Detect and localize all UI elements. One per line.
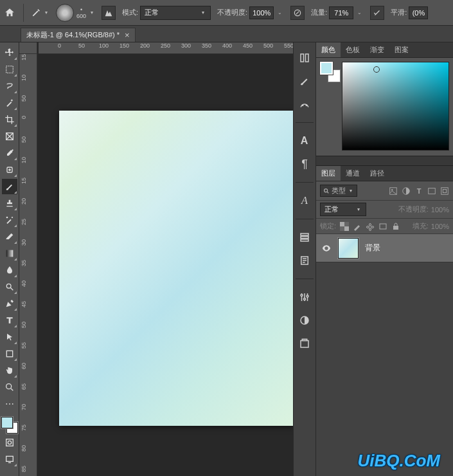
home-button[interactable] (4, 8, 15, 18)
layer-item[interactable]: 背景 (316, 234, 453, 262)
flow-input[interactable]: 71% (329, 6, 353, 19)
document-tab[interactable]: 未标题-1 @ 64.1%(RGB/8#) * × (21, 28, 136, 42)
type-tool[interactable] (2, 313, 17, 328)
fill-label: 填充: (413, 221, 429, 231)
smooth-label: 平滑: (391, 8, 407, 17)
document-canvas[interactable] (59, 111, 293, 426)
lock-all-icon[interactable] (391, 222, 400, 231)
magic-wand-tool[interactable] (2, 95, 17, 111)
styles-panel-icon[interactable] (296, 313, 314, 328)
svg-point-8 (6, 384, 11, 389)
chevron-down-icon[interactable]: ⌄ (357, 10, 362, 15)
shape-tool[interactable] (2, 346, 17, 362)
lasso-tool[interactable] (2, 78, 17, 94)
tab-patterns[interactable]: 图案 (389, 42, 414, 57)
tab-swatches[interactable]: 色板 (341, 42, 365, 57)
layer-thumbnail[interactable] (338, 238, 359, 259)
color-picker-indicator[interactable] (373, 66, 380, 73)
properties-panel-icon[interactable] (296, 230, 314, 245)
svg-point-14 (302, 105, 303, 106)
close-icon[interactable]: × (125, 30, 130, 40)
frame-tool[interactable] (2, 129, 17, 144)
notes-panel-icon[interactable] (296, 253, 314, 268)
lock-pixels-icon[interactable] (353, 222, 362, 231)
blur-tool[interactable] (2, 262, 17, 278)
filter-adjustment-icon[interactable] (402, 187, 411, 196)
ruler-origin[interactable] (19, 42, 37, 54)
brushes-panel-icon[interactable] (296, 73, 314, 89)
opacity-input[interactable]: 100% (249, 6, 274, 19)
color-panel-swatches[interactable] (320, 62, 337, 78)
svg-rect-16 (301, 233, 308, 235)
layer-blend-dropdown[interactable]: 正常▾ (320, 203, 366, 216)
fill-value[interactable]: 100% (431, 223, 449, 230)
paragraph-panel-icon[interactable]: ¶ (296, 156, 314, 172)
tab-paths[interactable]: 路径 (365, 166, 389, 181)
eyedropper-tool[interactable] (2, 145, 17, 161)
zoom-tool[interactable] (2, 380, 17, 395)
color-swatches[interactable] (1, 417, 18, 434)
layer-list: 背景 (316, 234, 453, 476)
tab-layers[interactable]: 图层 (316, 166, 341, 181)
quick-mask-toggle[interactable] (2, 435, 17, 450)
layer-name[interactable]: 背景 (365, 243, 380, 253)
lock-position-icon[interactable] (366, 222, 375, 231)
filter-pixel-icon[interactable] (389, 187, 398, 196)
chevron-down-icon: ▾ (91, 10, 93, 15)
tab-gradients[interactable]: 渐变 (365, 42, 389, 57)
history-panel-icon[interactable] (296, 50, 314, 66)
svg-point-22 (306, 295, 308, 297)
screen-mode-toggle[interactable] (2, 452, 17, 467)
history-brush-tool[interactable] (2, 212, 17, 228)
glyphs-panel-icon[interactable]: A (296, 193, 314, 208)
libraries-panel-icon[interactable] (296, 336, 314, 351)
svg-rect-36 (380, 224, 386, 229)
foreground-color[interactable] (1, 417, 13, 428)
pressure-opacity-toggle[interactable] (290, 6, 305, 20)
svg-point-15 (306, 105, 307, 106)
dodge-tool[interactable] (2, 279, 17, 295)
panel-separator[interactable] (316, 156, 453, 166)
svg-rect-12 (301, 54, 304, 62)
stamp-tool[interactable] (2, 196, 17, 211)
adjustments-panel-icon[interactable] (296, 289, 314, 305)
filter-smart-icon[interactable] (440, 187, 449, 196)
airbrush-toggle[interactable] (370, 6, 384, 20)
layer-opacity-value[interactable]: 100% (431, 206, 449, 214)
brush-tool[interactable] (2, 179, 17, 194)
tab-color[interactable]: 颜色 (316, 42, 341, 57)
blend-mode-dropdown[interactable]: 正常 ▾ (140, 6, 211, 20)
lock-transparent-icon[interactable] (340, 222, 349, 231)
edit-toolbar[interactable]: ⋯ (2, 396, 17, 412)
lock-artboard-icon[interactable] (378, 222, 387, 231)
path-selection-tool[interactable] (2, 329, 17, 345)
pressure-opacity-button[interactable] (102, 6, 116, 20)
gradient-tool[interactable] (2, 246, 17, 261)
brush-size-preview[interactable]: • 600 ▾ (56, 4, 95, 22)
move-tool[interactable] (2, 45, 17, 60)
crop-tool[interactable] (2, 112, 17, 127)
brush-size-value: 600 (76, 13, 86, 19)
pen-tool[interactable] (2, 296, 17, 311)
filter-shape-icon[interactable] (427, 187, 436, 196)
healing-brush-tool[interactable] (2, 162, 17, 178)
brush-settings-panel-icon[interactable] (296, 96, 314, 112)
eraser-tool[interactable] (2, 229, 17, 244)
foreground-swatch[interactable] (320, 62, 333, 75)
character-panel-icon[interactable]: A (296, 133, 314, 149)
hand-tool[interactable] (2, 363, 17, 378)
layers-panel: 类型 ▾ T 正常▾ 不透明度: 100% (316, 181, 453, 476)
visibility-toggle[interactable] (321, 243, 332, 253)
tab-channels[interactable]: 通道 (341, 166, 365, 181)
brush-preset-picker[interactable]: ▾ (31, 8, 49, 17)
canvas-area[interactable]: 0501001502002503003504004505005506 15105… (19, 42, 293, 476)
chevron-down-icon[interactable]: ⌄ (278, 10, 282, 15)
filter-type-icon[interactable]: T (414, 187, 423, 196)
options-bar: ▾ • 600 ▾ 模式: 正常 ▾ 不透明度: 100% ⌄ 流量: 71% … (0, 0, 453, 26)
smooth-input[interactable]: (0% (409, 6, 428, 19)
marquee-tool[interactable] (2, 62, 17, 77)
blend-mode-row: 正常▾ 不透明度: 100% (316, 201, 453, 219)
layer-filter-dropdown[interactable]: 类型 ▾ (320, 185, 357, 197)
layer-opacity-label: 不透明度: (398, 205, 429, 214)
color-field[interactable] (342, 62, 449, 151)
